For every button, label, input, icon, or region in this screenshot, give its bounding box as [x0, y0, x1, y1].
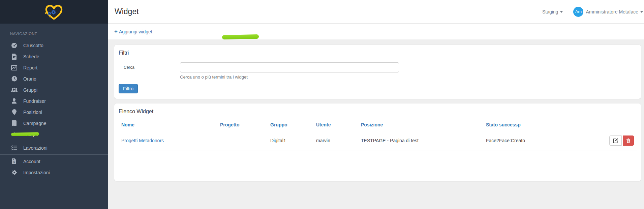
file-icon	[10, 54, 18, 60]
highlight-marker-add-widget	[222, 34, 259, 39]
widget-list-card: Elenco Widget Nome Progetto Gruppo Utent…	[114, 103, 641, 181]
sidebar-item-schede[interactable]: Schede	[0, 51, 108, 62]
sidebar-item-orario[interactable]: Orario	[0, 73, 108, 84]
filters-title: Filtri	[119, 50, 637, 56]
search-field-wrap: Cerca uno o più termini tra i widget	[180, 62, 637, 80]
filter-submit-button[interactable]: Filtro	[119, 84, 138, 93]
sidebar-item-label: Lavorazioni	[23, 145, 48, 151]
topbar-right: Staging Am Amministratore Metaface	[542, 7, 643, 17]
sidebar: NAVIGAZIONE Cruscotto Schede Report Orar…	[0, 0, 108, 209]
edit-button[interactable]	[609, 136, 622, 146]
chevron-down-icon	[640, 11, 643, 13]
toolbar: + Aggiungi widget	[108, 24, 644, 39]
cell-gruppo: Digital1	[268, 131, 313, 150]
sidebar-item-label: Gruppi	[23, 87, 37, 93]
add-widget-label: Aggiungi widget	[119, 29, 152, 34]
cell-progetto: —	[217, 131, 268, 150]
svg-text:$: $	[13, 161, 15, 164]
heart-gears-logo-icon	[44, 3, 63, 20]
cell-utente: marvin	[313, 131, 358, 150]
user-icon	[10, 98, 18, 104]
sidebar-item-label: Orario	[23, 76, 36, 82]
filters-card: Filtri Cerca Cerca uno o più termini tra…	[114, 45, 641, 99]
environment-label: Staging	[542, 9, 558, 14]
sidebar-item-impostazioni[interactable]: Impostazioni	[0, 167, 108, 178]
sidebar-item-gruppi[interactable]: Gruppi	[0, 84, 108, 95]
sidebar-item-fundraiser[interactable]: Fundraiser	[0, 95, 108, 107]
sidebar-item-label: Posizioni	[23, 110, 42, 115]
cell-stato: Face2Face:Creato	[483, 131, 603, 150]
sidebar-item-lavorazioni[interactable]: Lavorazioni	[0, 142, 108, 153]
column-header-progetto[interactable]: Progetto	[217, 119, 268, 131]
trash-icon	[626, 138, 631, 143]
sidebar-item-label: Report	[23, 65, 37, 70]
sidebar-item-label: Fundraiser	[23, 98, 46, 104]
page-title: Widget	[115, 7, 139, 16]
highlight-marker-widget	[11, 132, 39, 136]
invoice-icon: $	[10, 158, 18, 164]
sidebar-item-label: Campagne	[23, 121, 47, 126]
table-header-row: Nome Progetto Gruppo Utente Posizione St…	[119, 119, 637, 131]
table-row: Progetti Metadonors — Digital1 marvin TE…	[119, 131, 637, 150]
sidebar-item-label: Account	[23, 159, 40, 164]
sidebar-section-label: NAVIGAZIONE	[10, 32, 108, 36]
column-header-gruppo[interactable]: Gruppo	[268, 119, 313, 131]
filter-row: Cerca Cerca uno o più termini tra i widg…	[119, 62, 637, 80]
search-help-text: Cerca uno o più termini tra i widget	[180, 74, 637, 80]
column-header-stato[interactable]: Stato successp	[483, 119, 603, 131]
sidebar-item-report[interactable]: Report	[0, 62, 108, 73]
search-label: Cerca	[119, 62, 180, 80]
plus-icon: +	[114, 28, 118, 34]
sidebar-item-account[interactable]: $ Account	[0, 156, 108, 167]
app-logo[interactable]	[0, 0, 108, 24]
sidebar-item-cruscotto[interactable]: Cruscotto	[0, 40, 108, 51]
column-header-actions	[603, 119, 637, 131]
pencil-square-icon	[613, 138, 618, 143]
sidebar-item-label: Impostazioni	[23, 170, 50, 175]
gauge-icon	[10, 42, 18, 49]
row-actions	[603, 131, 637, 150]
column-header-nome[interactable]: Nome	[119, 119, 217, 131]
clock-icon	[10, 76, 18, 82]
add-widget-button[interactable]: + Aggiungi widget	[114, 29, 152, 34]
sidebar-item-campagne[interactable]: Campagne	[0, 118, 108, 129]
widget-name-link[interactable]: Progetti Metadonors	[121, 138, 164, 143]
widget-table: Nome Progetto Gruppo Utente Posizione St…	[119, 119, 637, 150]
user-dropdown[interactable]: Amministratore Metaface	[583, 9, 643, 14]
column-header-utente[interactable]: Utente	[313, 119, 358, 131]
sidebar-item-label: Schede	[23, 54, 39, 59]
widget-list-title: Elenco Widget	[119, 109, 637, 115]
content: Filtri Cerca Cerca uno o più termini tra…	[108, 39, 644, 181]
avatar[interactable]: Am	[573, 7, 583, 17]
users-icon	[10, 87, 18, 92]
book-icon	[10, 120, 18, 126]
map-pin-icon	[10, 109, 18, 115]
sidebar-divider	[0, 154, 108, 155]
topbar: Widget Staging Am Amministratore Metafac…	[108, 0, 644, 24]
tasks-icon	[10, 145, 18, 150]
user-name: Amministratore Metaface	[586, 9, 638, 14]
cell-posizione: TESTPAGE - Pagina di test	[358, 131, 483, 150]
sidebar-item-label: Cruscotto	[23, 43, 43, 48]
gear-icon	[10, 170, 18, 175]
delete-button[interactable]	[623, 136, 634, 146]
search-input[interactable]	[180, 62, 399, 72]
environment-dropdown[interactable]: Staging	[542, 9, 563, 14]
column-header-posizione[interactable]: Posizione	[358, 119, 483, 131]
avatar-initials: Am	[575, 9, 582, 14]
chart-icon	[10, 65, 18, 70]
main-area: Widget Staging Am Amministratore Metafac…	[108, 0, 644, 209]
sidebar-divider	[0, 141, 108, 141]
sidebar-item-posizioni[interactable]: Posizioni	[0, 107, 108, 118]
chevron-down-icon	[560, 11, 563, 13]
